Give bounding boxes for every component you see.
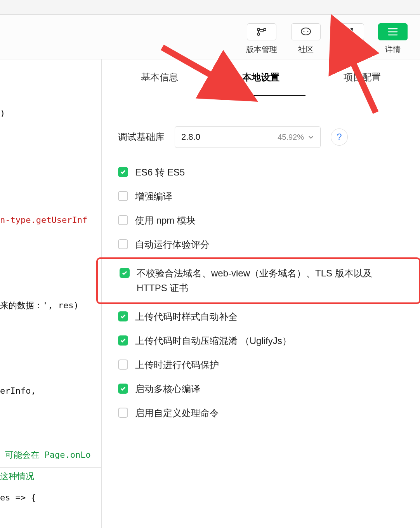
opt-multicore[interactable]: 启动多核心编译 <box>118 382 404 396</box>
opt-label: 上传时进行代码保护 <box>135 358 404 372</box>
opt-enhanced-compile[interactable]: 增强编译 <box>118 189 404 204</box>
checkbox[interactable] <box>118 384 128 394</box>
test-account-label: 测试号 <box>338 44 361 55</box>
panel-tabs: 基本信息 本地设置 项目配置 <box>102 59 420 97</box>
tab-local-settings[interactable]: 本地设置 <box>210 71 311 85</box>
opt-custom-cmd[interactable]: 启用自定义处理命令 <box>118 406 404 420</box>
opt-auto-audit[interactable]: 自动运行体验评分 <box>118 237 404 252</box>
opt-es6-es5[interactable]: ES6 转 ES5 <box>118 165 404 180</box>
test-account-button[interactable] <box>335 23 364 40</box>
checkbox[interactable] <box>118 215 128 225</box>
community-label: 社区 <box>298 44 314 55</box>
options-list: ES6 转 ES5 增强编译 使用 npm 模块 自动运行体验评分 不校验合法域… <box>118 165 404 420</box>
opt-label: 自动运行体验评分 <box>135 237 404 252</box>
version-mgmt-item: 版本管理 <box>246 23 277 55</box>
svg-point-3 <box>301 28 311 35</box>
help-button[interactable]: ? <box>331 129 348 146</box>
checkbox[interactable] <box>118 167 128 177</box>
code-line: 来的数据：', res) <box>0 300 79 310</box>
branch-icon <box>256 27 267 36</box>
code-line: n-type.getUserInf <box>0 215 87 225</box>
tab-project-config[interactable]: 项目配置 <box>312 71 413 85</box>
checkbox[interactable] <box>118 408 128 418</box>
debug-lib-percent-text: 45.92% <box>278 133 304 142</box>
external-link-icon <box>345 27 354 36</box>
debug-lib-label: 调试基础库 <box>118 131 165 143</box>
community-button[interactable] <box>291 23 321 40</box>
code-line: 这种情况 <box>0 471 34 481</box>
code-line: 可能会在 <box>0 450 45 460</box>
code-line: erInfo, <box>0 386 36 396</box>
svg-point-1 <box>257 33 260 35</box>
chat-icon <box>300 27 312 36</box>
version-mgmt-button[interactable] <box>247 23 276 40</box>
highlight-frame: 不校验合法域名、web-view（业务域名）、TLS 版本以及 HTTPS 证书 <box>96 257 420 304</box>
details-item: 详情 <box>378 23 408 55</box>
opt-label: 不校验合法域名、web-view（业务域名）、TLS 版本以及 HTTPS 证书 <box>137 266 402 295</box>
opt-npm-module[interactable]: 使用 npm 模块 <box>118 213 404 228</box>
community-item: 社区 <box>291 23 321 55</box>
checkbox[interactable] <box>118 191 128 201</box>
opt-label: 启动多核心编译 <box>135 382 404 396</box>
opt-label: ES6 转 ES5 <box>135 165 404 180</box>
checkbox[interactable] <box>118 360 128 370</box>
code-line: Page.onLo <box>45 450 91 460</box>
opt-label: 使用 npm 模块 <box>135 213 404 228</box>
svg-point-2 <box>264 28 266 31</box>
panel-content: 调试基础库 2.8.0 45.92% ? ES6 转 ES5 增强编译 <box>102 97 420 420</box>
chevron-down-icon <box>308 134 314 140</box>
details-panel: 基本信息 本地设置 项目配置 调试基础库 2.8.0 45.92% ? ES6 … <box>102 59 420 528</box>
tab-basic-info[interactable]: 基本信息 <box>109 71 210 85</box>
window-titlebar <box>0 0 420 15</box>
checkbox[interactable] <box>118 335 128 346</box>
code-line: es => { <box>0 493 36 502</box>
debug-lib-value: 2.8.0 <box>181 132 200 142</box>
svg-point-5 <box>307 31 309 32</box>
code-editor[interactable]: ) n-type.getUserInf 来的数据：', res) erInfo,… <box>0 59 102 528</box>
debug-lib-select[interactable]: 2.8.0 45.92% <box>175 126 321 148</box>
opt-label: 上传代码时自动压缩混淆 （UglifyJs） <box>135 333 404 348</box>
svg-point-4 <box>304 31 305 32</box>
opt-label: 增强编译 <box>135 189 404 204</box>
opt-auto-style-complete[interactable]: 上传代码时样式自动补全 <box>118 309 404 324</box>
opt-no-verify-domain[interactable]: 不校验合法域名、web-view（业务域名）、TLS 版本以及 HTTPS 证书 <box>120 266 402 295</box>
opt-uglify[interactable]: 上传代码时自动压缩混淆 （UglifyJs） <box>118 333 404 348</box>
svg-point-0 <box>257 28 260 31</box>
debug-lib-row: 调试基础库 2.8.0 45.92% ? <box>118 126 404 148</box>
code-line: ) <box>0 108 5 118</box>
details-button[interactable] <box>378 23 408 40</box>
top-toolbar: 版本管理 社区 测试号 详情 <box>0 15 420 59</box>
opt-label: 上传代码时样式自动补全 <box>135 309 404 324</box>
debug-lib-percent: 45.92% <box>278 133 314 142</box>
checkbox[interactable] <box>118 311 128 321</box>
details-label: 详情 <box>385 44 401 55</box>
menu-icon <box>388 28 398 36</box>
checkbox[interactable] <box>120 268 130 278</box>
opt-label: 启用自定义处理命令 <box>135 406 404 420</box>
test-account-item: 测试号 <box>335 23 364 55</box>
opt-code-protect[interactable]: 上传时进行代码保护 <box>118 358 404 372</box>
editor-divider <box>0 467 101 468</box>
version-mgmt-label: 版本管理 <box>246 44 277 55</box>
checkbox[interactable] <box>118 239 128 249</box>
